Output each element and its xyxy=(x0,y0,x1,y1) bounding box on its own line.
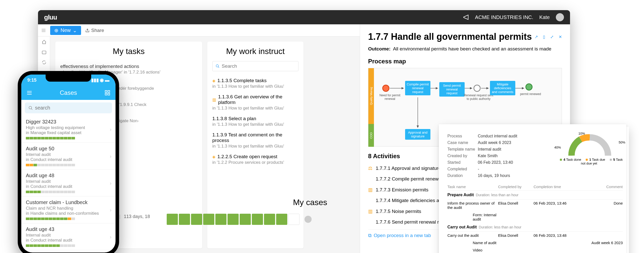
phone-list-item[interactable]: Digger 32423High voltage testing equipme… xyxy=(21,116,116,143)
svg-point-19 xyxy=(29,106,32,109)
bookmark-icon[interactable]: ▯ xyxy=(543,34,545,39)
instruction-meta: in '1.1.3 How to get familiar with Gluu' xyxy=(212,144,298,149)
phone-search[interactable] xyxy=(25,102,112,113)
progress-bar xyxy=(68,164,71,166)
phone-item-sub: Claim and NCR handling xyxy=(26,206,111,211)
instruction-item[interactable]: ◈1.2.2.5 Create open requestin '1.2.2 Pr… xyxy=(212,151,298,168)
rt-c2: Elisa Donell xyxy=(498,233,534,238)
phone-list-item[interactable]: Audit uge 48Internal auditin Conduct int… xyxy=(21,170,116,196)
new-button[interactable]: ⊕ New ⌄ xyxy=(50,26,81,35)
folder-icon[interactable] xyxy=(42,50,47,55)
progress-bar xyxy=(45,191,48,193)
chevron-right-icon: › xyxy=(110,180,111,186)
progress-bar xyxy=(56,164,60,166)
node-send[interactable]: Send permit renewal request xyxy=(439,82,465,97)
report-value: - xyxy=(478,167,479,171)
report-label: Completed xyxy=(447,167,478,171)
phone-bars xyxy=(26,218,111,220)
open-icon[interactable]: ↗ xyxy=(535,34,538,39)
progress-bar xyxy=(45,164,48,166)
report-label: Started xyxy=(447,160,478,165)
share-button[interactable]: Share xyxy=(85,28,104,33)
progress-bar xyxy=(45,137,48,139)
wifi-icon: ◉ xyxy=(100,77,104,83)
company-name: ACME INDUSTRIES INC. xyxy=(475,14,533,20)
progress-bar xyxy=(52,191,56,193)
home-icon[interactable] xyxy=(42,40,47,45)
progress-bar xyxy=(30,244,33,247)
announce-icon[interactable] xyxy=(463,14,469,20)
topbar: gluu ACME INDUSTRIES INC. Kate xyxy=(38,10,570,24)
book-icon: ▥ xyxy=(212,97,216,102)
search-box[interactable] xyxy=(212,61,298,71)
rt-h4: Comment xyxy=(584,185,623,189)
report-row: Inform the process owner of the auditEli… xyxy=(447,200,623,211)
phone-list-item[interactable]: Customer claim - LundbeckClaim and NCR h… xyxy=(21,196,116,223)
progress-bar xyxy=(71,137,75,139)
node-approval[interactable]: Approval and signature xyxy=(405,129,430,140)
rt-c1: Video xyxy=(447,248,498,252)
expand-icon[interactable]: ⤢ xyxy=(550,34,554,39)
progress-bar xyxy=(49,137,52,139)
progress-bar xyxy=(33,164,37,166)
node-compile[interactable]: Compile permit renewal request xyxy=(405,81,430,95)
progress-bar xyxy=(30,218,33,220)
instruction-item[interactable]: 1.1.3.8 Select a planin '1.1.3 How to ge… xyxy=(212,113,298,130)
refresh-icon[interactable] xyxy=(42,60,47,65)
phone-list-item[interactable]: Audit uge 43Internal auditin Conduct int… xyxy=(21,223,116,250)
activity-title: 1.7.7.5 Noise permits xyxy=(376,209,421,214)
phone-item-sub: High voltage testing equipment xyxy=(26,125,111,130)
progress-bar xyxy=(68,137,71,139)
progress-bar xyxy=(26,244,29,247)
svg-rect-18 xyxy=(108,93,110,95)
report-meta-row: Template nameInternal audit xyxy=(447,146,557,153)
menu-icon[interactable] xyxy=(41,28,46,33)
report-meta-row: Started06 Feb 2023, 13:40 xyxy=(447,159,557,166)
instruction-item[interactable]: 1.1.3.9 Test and comment on the processi… xyxy=(212,130,298,151)
progress-bar xyxy=(64,244,67,247)
legend-dot xyxy=(586,159,588,161)
phone-list-item[interactable]: Audit uge 50Internal auditin Conduct int… xyxy=(21,143,116,170)
progress-bar xyxy=(60,137,64,139)
phone-header: Cases xyxy=(21,86,116,100)
progress-bar xyxy=(30,137,33,139)
search-input[interactable] xyxy=(222,63,295,69)
case-blocks xyxy=(167,214,299,225)
phone-grid-icon[interactable] xyxy=(104,90,110,96)
start-label: Need for permit renewal xyxy=(375,94,405,101)
legend-dot xyxy=(610,159,612,161)
report-table-header: Task name Completed by Completion time C… xyxy=(447,183,623,191)
avatar[interactable] xyxy=(556,13,564,21)
outcome-label: Outcome: xyxy=(368,46,391,51)
end-node xyxy=(525,83,533,91)
instruction-item[interactable]: ▥1.1.3.6 Get an overview of the platform… xyxy=(212,92,298,113)
rt-c3: 06 Feb 2023, 13:48 xyxy=(534,233,584,238)
instruction-title: 1.1.3.6 Get an overview of the platform xyxy=(218,94,298,105)
rt-c1: Name of audit xyxy=(447,241,498,245)
donut-notdue: 50% xyxy=(619,140,625,144)
process-map-title: Process map xyxy=(368,58,562,65)
start-node xyxy=(382,85,389,92)
progress-bar xyxy=(71,218,75,220)
rt-c2 xyxy=(498,248,534,252)
svg-line-20 xyxy=(31,109,32,110)
phone-bars xyxy=(26,137,111,139)
instruction-title: 1.1.3.5 Complete tasks xyxy=(217,78,267,83)
user-name[interactable]: Kate xyxy=(539,14,550,20)
phone-item-sub: Internal audit xyxy=(26,152,111,157)
phone-search-input[interactable] xyxy=(35,105,108,111)
phone-item-sub2: in Conduct internal audit xyxy=(26,157,111,162)
rt-c3: 06 Feb 2023, 13:46 xyxy=(534,201,584,210)
end-label: permit renewed xyxy=(515,92,546,96)
instruction-title: 1.1.3.9 Test and comment on the process xyxy=(212,132,298,143)
donut-done: 40% xyxy=(554,146,561,149)
phone-menu-icon[interactable] xyxy=(26,90,32,96)
node-mitigate[interactable]: Mitigate deficiencies and comments xyxy=(490,81,515,95)
progress-bar xyxy=(52,164,56,166)
progress-bar xyxy=(37,191,41,193)
close-icon[interactable]: ✕ xyxy=(559,34,562,39)
book-icon: ▥ xyxy=(368,208,373,214)
instruction-item[interactable]: ◈1.1.3.5 Complete tasksin '1.1.3 How to … xyxy=(212,75,298,92)
rt-c2 xyxy=(498,213,534,221)
diamond-icon: ◈ xyxy=(212,154,215,159)
